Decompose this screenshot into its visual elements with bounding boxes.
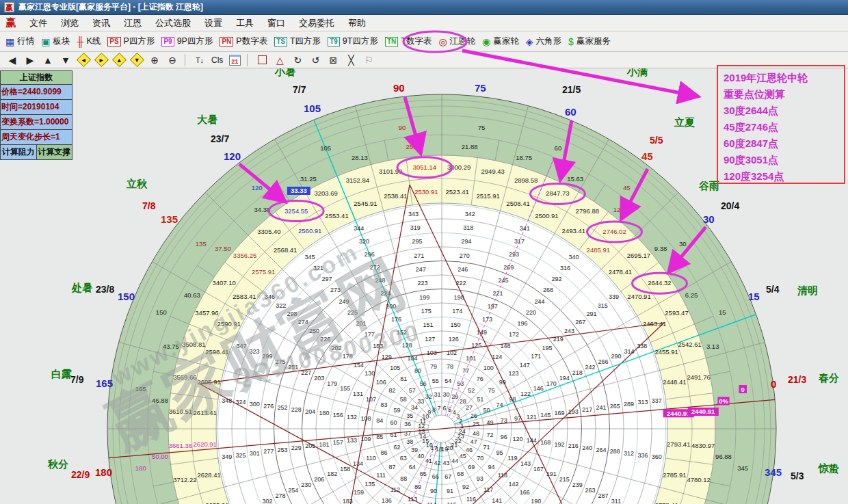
svg-text:336: 336	[637, 452, 648, 459]
menu-3[interactable]: 江恩	[117, 16, 148, 31]
svg-text:193: 193	[568, 408, 579, 415]
tool-cls[interactable]: Cls	[209, 53, 225, 67]
menu-1[interactable]: 浏览	[54, 16, 85, 31]
title-bar[interactable]: 赢 赢家江恩专业版[赢家服务平台] - [上证指数 江恩轮]	[0, 0, 848, 15]
tool-diamond-down[interactable]: ▼	[129, 53, 145, 67]
tool-sep2	[247, 54, 251, 66]
menu-5[interactable]: 设置	[198, 16, 229, 31]
menu-6[interactable]: 工具	[229, 16, 261, 31]
tool-nav-up[interactable]: ▲	[40, 53, 56, 67]
tool-flag-tool[interactable]: ⚐	[360, 53, 377, 67]
tool-rotate-ccw[interactable]: ↺	[307, 53, 323, 67]
svg-text:28: 28	[460, 398, 466, 405]
tool-box-x[interactable]: ⊠	[325, 53, 341, 67]
tool-diamond-right[interactable]: ►	[93, 53, 109, 67]
svg-text:50: 50	[483, 407, 490, 414]
svg-text:67: 67	[445, 473, 451, 480]
svg-text:36: 36	[404, 421, 411, 427]
svg-text:72: 72	[486, 432, 493, 438]
tool-zoom-in[interactable]: ⊕	[146, 53, 163, 67]
toolbar-quotes[interactable]: ▦行情	[5, 36, 34, 47]
calc-resistance-button[interactable]: 计算阻力	[1, 145, 37, 159]
menu-7[interactable]: 窗口	[261, 16, 292, 31]
svg-text:74: 74	[496, 401, 503, 408]
menu-4[interactable]: 公式选股	[148, 16, 198, 31]
svg-text:197: 197	[488, 303, 498, 310]
svg-text:113: 113	[408, 496, 417, 503]
toolbar-hexagon[interactable]: ◈六角形	[526, 36, 561, 47]
svg-text:122: 122	[520, 390, 531, 397]
svg-text:2455.91: 2455.91	[654, 348, 678, 356]
menu-2[interactable]: 资讯	[85, 16, 117, 31]
toolbar-winner-service[interactable]: $赢家服务	[568, 36, 611, 47]
tool-diamond-left[interactable]: ◄	[75, 53, 92, 67]
toolbar-t-square[interactable]: TST四方形	[274, 36, 321, 47]
svg-text:180: 180	[135, 464, 146, 472]
toolbar-kline[interactable]: ╫K线	[77, 36, 101, 47]
svg-text:2560.91: 2560.91	[298, 227, 321, 235]
tool-square-tool[interactable]	[254, 53, 270, 67]
tool-triangle-tool[interactable]: △	[271, 53, 288, 67]
svg-text:191: 191	[546, 470, 557, 477]
svg-text:60: 60	[555, 144, 562, 152]
svg-text:90: 90	[399, 124, 406, 131]
svg-text:7: 7	[438, 405, 441, 412]
tool-calendar-21[interactable]: 21	[226, 53, 243, 67]
info-row-2: 变换系数=1.00000	[1, 115, 72, 130]
svg-text:166: 166	[520, 489, 530, 496]
chart-area[interactable]: 1234567891011121314151617181920212223242…	[0, 68, 848, 504]
toolbar-winner-wheel[interactable]: ◉赢家轮	[482, 36, 519, 47]
svg-text:23/8: 23/8	[96, 284, 114, 295]
annotation-line-6: 120度3254点	[724, 168, 838, 185]
svg-text:2515.91: 2515.91	[477, 192, 500, 200]
tool-nav-down[interactable]: ▼	[57, 53, 74, 67]
svg-text:314: 314	[624, 348, 634, 355]
svg-text:276: 276	[263, 403, 274, 410]
svg-text:287: 287	[598, 492, 609, 499]
toolbar-sectors[interactable]: ▣板块	[41, 36, 70, 47]
toolbar-p-number-table[interactable]: PNP数字表	[220, 36, 267, 47]
winner-wheel-label: 赢家轮	[493, 36, 519, 47]
svg-text:92: 92	[462, 483, 469, 490]
9p-square-label: 9P四方形	[177, 36, 213, 47]
main-toolbar: ▦行情▣板块╫K线PSP四方形P99P四方形PNP数字表TST四方形T99T四方…	[0, 31, 848, 52]
sectors-label: 板块	[53, 36, 70, 47]
toolbar-t-number-table[interactable]: TNT数字表	[385, 36, 432, 47]
tool-nav-forward[interactable]: ▶	[22, 53, 38, 67]
app-logo: 赢	[5, 16, 16, 29]
svg-text:80: 80	[414, 367, 421, 374]
svg-text:3.13: 3.13	[706, 343, 719, 350]
symbol-name: 上证指数	[1, 71, 72, 85]
tool-nav-back[interactable]: ◀	[4, 53, 21, 67]
toolbar-gann-wheel[interactable]: ◎江恩轮	[438, 36, 475, 47]
tool-zoom-out[interactable]: ⊖	[164, 53, 181, 67]
toolbar-9t-square[interactable]: T99T四方形	[328, 36, 378, 47]
toolbar-9p-square[interactable]: P99P四方形	[161, 36, 213, 47]
svg-text:109: 109	[360, 436, 371, 442]
menu-0[interactable]: 文件	[23, 16, 54, 31]
svg-text:182: 182	[327, 470, 337, 477]
svg-text:15.63: 15.63	[567, 175, 583, 183]
calc-support-button[interactable]: 计算支撑	[37, 145, 72, 159]
tool-t-updown[interactable]: T↓	[191, 53, 208, 67]
svg-text:300: 300	[250, 401, 260, 408]
toolbar-p-square[interactable]: PSP四方形	[107, 36, 155, 47]
menu-8[interactable]: 交易委托	[292, 16, 341, 31]
svg-text:244: 244	[535, 298, 545, 305]
svg-text:146: 146	[533, 385, 544, 392]
svg-text:198: 198	[454, 294, 464, 301]
svg-text:341: 341	[520, 225, 530, 232]
tool-diamond-up[interactable]: ▲	[111, 53, 127, 67]
svg-text:21/3: 21/3	[788, 374, 806, 385]
tool-rotate-cw[interactable]: ↻	[289, 53, 306, 67]
svg-text:120: 120	[224, 150, 241, 162]
tool-shrink[interactable]: ╳	[343, 53, 359, 67]
svg-text:105: 105	[304, 103, 321, 114]
svg-text:2796.88: 2796.88	[576, 207, 599, 215]
svg-text:269: 269	[503, 264, 514, 271]
menu-9[interactable]: 帮助	[341, 16, 373, 31]
svg-text:111: 111	[376, 472, 386, 479]
t-number-table-label: T数字表	[401, 36, 432, 47]
svg-text:105: 105	[320, 144, 331, 152]
svg-text:大暑: 大暑	[197, 114, 217, 125]
